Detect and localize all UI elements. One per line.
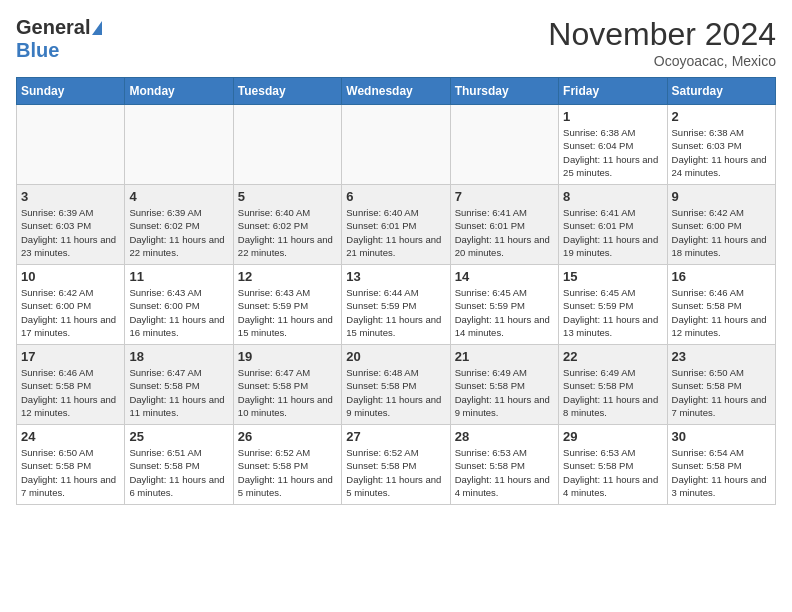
day-number: 13 (346, 269, 445, 284)
weekday-header-friday: Friday (559, 78, 667, 105)
day-info: Sunrise: 6:50 AM Sunset: 5:58 PM Dayligh… (21, 446, 120, 499)
day-info: Sunrise: 6:49 AM Sunset: 5:58 PM Dayligh… (455, 366, 554, 419)
day-number: 26 (238, 429, 337, 444)
calendar-cell: 2Sunrise: 6:38 AM Sunset: 6:03 PM Daylig… (667, 105, 775, 185)
day-info: Sunrise: 6:43 AM Sunset: 5:59 PM Dayligh… (238, 286, 337, 339)
page-header: General Blue November 2024 Ocoyoacac, Me… (16, 16, 776, 69)
weekday-header-saturday: Saturday (667, 78, 775, 105)
day-number: 18 (129, 349, 228, 364)
calendar-week-row: 3Sunrise: 6:39 AM Sunset: 6:03 PM Daylig… (17, 185, 776, 265)
calendar-week-row: 1Sunrise: 6:38 AM Sunset: 6:04 PM Daylig… (17, 105, 776, 185)
calendar-cell (342, 105, 450, 185)
calendar-cell: 7Sunrise: 6:41 AM Sunset: 6:01 PM Daylig… (450, 185, 558, 265)
calendar-cell: 8Sunrise: 6:41 AM Sunset: 6:01 PM Daylig… (559, 185, 667, 265)
calendar-week-row: 24Sunrise: 6:50 AM Sunset: 5:58 PM Dayli… (17, 425, 776, 505)
day-number: 14 (455, 269, 554, 284)
calendar-cell: 18Sunrise: 6:47 AM Sunset: 5:58 PM Dayli… (125, 345, 233, 425)
day-info: Sunrise: 6:40 AM Sunset: 6:02 PM Dayligh… (238, 206, 337, 259)
day-info: Sunrise: 6:47 AM Sunset: 5:58 PM Dayligh… (129, 366, 228, 419)
calendar-cell: 14Sunrise: 6:45 AM Sunset: 5:59 PM Dayli… (450, 265, 558, 345)
day-info: Sunrise: 6:47 AM Sunset: 5:58 PM Dayligh… (238, 366, 337, 419)
calendar-cell (17, 105, 125, 185)
day-number: 30 (672, 429, 771, 444)
day-number: 28 (455, 429, 554, 444)
day-info: Sunrise: 6:53 AM Sunset: 5:58 PM Dayligh… (563, 446, 662, 499)
day-info: Sunrise: 6:42 AM Sunset: 6:00 PM Dayligh… (21, 286, 120, 339)
day-number: 20 (346, 349, 445, 364)
day-info: Sunrise: 6:46 AM Sunset: 5:58 PM Dayligh… (672, 286, 771, 339)
calendar-cell: 30Sunrise: 6:54 AM Sunset: 5:58 PM Dayli… (667, 425, 775, 505)
day-number: 5 (238, 189, 337, 204)
day-info: Sunrise: 6:41 AM Sunset: 6:01 PM Dayligh… (455, 206, 554, 259)
day-info: Sunrise: 6:38 AM Sunset: 6:04 PM Dayligh… (563, 126, 662, 179)
calendar-cell: 10Sunrise: 6:42 AM Sunset: 6:00 PM Dayli… (17, 265, 125, 345)
day-info: Sunrise: 6:48 AM Sunset: 5:58 PM Dayligh… (346, 366, 445, 419)
day-number: 22 (563, 349, 662, 364)
day-number: 4 (129, 189, 228, 204)
weekday-header-sunday: Sunday (17, 78, 125, 105)
day-number: 15 (563, 269, 662, 284)
weekday-header-tuesday: Tuesday (233, 78, 341, 105)
calendar-cell: 20Sunrise: 6:48 AM Sunset: 5:58 PM Dayli… (342, 345, 450, 425)
day-info: Sunrise: 6:46 AM Sunset: 5:58 PM Dayligh… (21, 366, 120, 419)
day-number: 7 (455, 189, 554, 204)
day-number: 29 (563, 429, 662, 444)
calendar-cell: 9Sunrise: 6:42 AM Sunset: 6:00 PM Daylig… (667, 185, 775, 265)
day-info: Sunrise: 6:39 AM Sunset: 6:02 PM Dayligh… (129, 206, 228, 259)
calendar-cell: 21Sunrise: 6:49 AM Sunset: 5:58 PM Dayli… (450, 345, 558, 425)
day-info: Sunrise: 6:50 AM Sunset: 5:58 PM Dayligh… (672, 366, 771, 419)
calendar-cell: 23Sunrise: 6:50 AM Sunset: 5:58 PM Dayli… (667, 345, 775, 425)
weekday-header-wednesday: Wednesday (342, 78, 450, 105)
calendar-cell: 27Sunrise: 6:52 AM Sunset: 5:58 PM Dayli… (342, 425, 450, 505)
day-number: 16 (672, 269, 771, 284)
day-number: 9 (672, 189, 771, 204)
calendar-cell: 6Sunrise: 6:40 AM Sunset: 6:01 PM Daylig… (342, 185, 450, 265)
calendar-cell: 4Sunrise: 6:39 AM Sunset: 6:02 PM Daylig… (125, 185, 233, 265)
day-number: 25 (129, 429, 228, 444)
calendar-cell: 29Sunrise: 6:53 AM Sunset: 5:58 PM Dayli… (559, 425, 667, 505)
weekday-header-monday: Monday (125, 78, 233, 105)
day-info: Sunrise: 6:52 AM Sunset: 5:58 PM Dayligh… (238, 446, 337, 499)
logo-blue-text: Blue (16, 39, 59, 62)
day-number: 24 (21, 429, 120, 444)
calendar-cell: 16Sunrise: 6:46 AM Sunset: 5:58 PM Dayli… (667, 265, 775, 345)
calendar-cell (450, 105, 558, 185)
day-info: Sunrise: 6:45 AM Sunset: 5:59 PM Dayligh… (563, 286, 662, 339)
day-info: Sunrise: 6:41 AM Sunset: 6:01 PM Dayligh… (563, 206, 662, 259)
calendar-week-row: 10Sunrise: 6:42 AM Sunset: 6:00 PM Dayli… (17, 265, 776, 345)
day-info: Sunrise: 6:49 AM Sunset: 5:58 PM Dayligh… (563, 366, 662, 419)
day-number: 8 (563, 189, 662, 204)
logo: General Blue (16, 16, 102, 62)
day-info: Sunrise: 6:43 AM Sunset: 6:00 PM Dayligh… (129, 286, 228, 339)
day-info: Sunrise: 6:45 AM Sunset: 5:59 PM Dayligh… (455, 286, 554, 339)
day-number: 27 (346, 429, 445, 444)
day-info: Sunrise: 6:52 AM Sunset: 5:58 PM Dayligh… (346, 446, 445, 499)
calendar-cell (233, 105, 341, 185)
day-number: 6 (346, 189, 445, 204)
day-number: 23 (672, 349, 771, 364)
calendar-cell: 19Sunrise: 6:47 AM Sunset: 5:58 PM Dayli… (233, 345, 341, 425)
weekday-header-thursday: Thursday (450, 78, 558, 105)
calendar-cell: 26Sunrise: 6:52 AM Sunset: 5:58 PM Dayli… (233, 425, 341, 505)
calendar-cell: 5Sunrise: 6:40 AM Sunset: 6:02 PM Daylig… (233, 185, 341, 265)
calendar-cell: 25Sunrise: 6:51 AM Sunset: 5:58 PM Dayli… (125, 425, 233, 505)
calendar-cell: 3Sunrise: 6:39 AM Sunset: 6:03 PM Daylig… (17, 185, 125, 265)
calendar-header-row: SundayMondayTuesdayWednesdayThursdayFrid… (17, 78, 776, 105)
location-subtitle: Ocoyoacac, Mexico (548, 53, 776, 69)
day-number: 21 (455, 349, 554, 364)
calendar-cell: 24Sunrise: 6:50 AM Sunset: 5:58 PM Dayli… (17, 425, 125, 505)
calendar-cell: 11Sunrise: 6:43 AM Sunset: 6:00 PM Dayli… (125, 265, 233, 345)
logo-general-text: General (16, 16, 90, 39)
title-block: November 2024 Ocoyoacac, Mexico (548, 16, 776, 69)
day-info: Sunrise: 6:51 AM Sunset: 5:58 PM Dayligh… (129, 446, 228, 499)
calendar-cell: 1Sunrise: 6:38 AM Sunset: 6:04 PM Daylig… (559, 105, 667, 185)
day-info: Sunrise: 6:54 AM Sunset: 5:58 PM Dayligh… (672, 446, 771, 499)
calendar-table: SundayMondayTuesdayWednesdayThursdayFrid… (16, 77, 776, 505)
day-info: Sunrise: 6:39 AM Sunset: 6:03 PM Dayligh… (21, 206, 120, 259)
day-number: 3 (21, 189, 120, 204)
calendar-week-row: 17Sunrise: 6:46 AM Sunset: 5:58 PM Dayli… (17, 345, 776, 425)
day-number: 17 (21, 349, 120, 364)
day-number: 11 (129, 269, 228, 284)
calendar-cell: 12Sunrise: 6:43 AM Sunset: 5:59 PM Dayli… (233, 265, 341, 345)
day-number: 10 (21, 269, 120, 284)
